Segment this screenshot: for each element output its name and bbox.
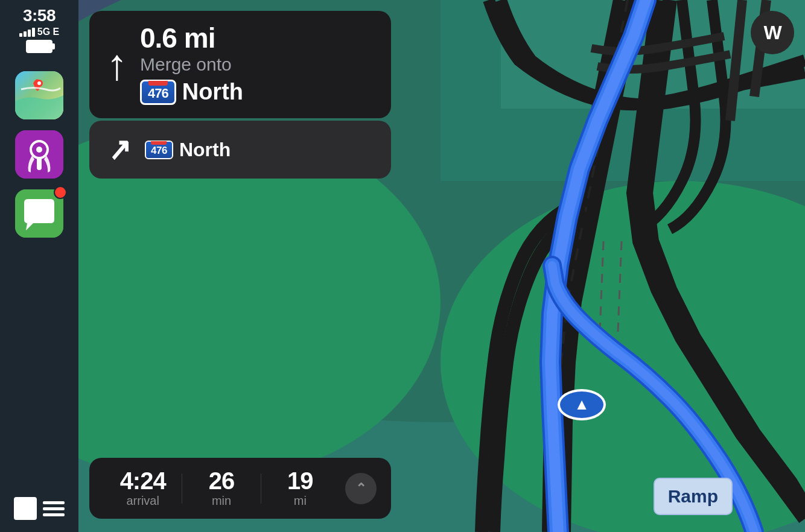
svg-point-10 — [37, 81, 41, 85]
battery-icon — [26, 40, 52, 53]
signal-bar-3 — [28, 30, 31, 37]
ramp-label: Ramp — [654, 478, 733, 515]
signal-bar-2 — [24, 31, 27, 37]
secondary-direction-arrow: ↖ — [108, 131, 130, 168]
trip-info-card[interactable]: 4:24 arrival 26 min 19 mi ⌃ — [89, 458, 391, 519]
road-direction-main: North — [182, 79, 243, 105]
bottom-bar-icons[interactable] — [14, 497, 65, 520]
road-row: 476 North — [140, 79, 374, 105]
arrival-time-label: arrival — [126, 494, 159, 508]
list-line-3 — [43, 513, 65, 516]
list-line-2 — [43, 507, 65, 510]
svg-rect-11 — [15, 130, 63, 179]
main-direction-arrow: ↑ — [106, 43, 128, 86]
secondary-road-row: 476 North — [145, 139, 231, 161]
expand-chevron-icon: ⌃ — [355, 481, 366, 496]
main-instruction-card[interactable]: ↑ 0.6 mi Merge onto 476 North — [89, 11, 391, 118]
nav-position-marker: ▲ — [558, 389, 606, 420]
minutes-label: min — [212, 494, 231, 508]
nav-direction-icon: ▲ — [574, 395, 590, 414]
signal-bar-1 — [19, 33, 22, 37]
minutes-value: 26 — [209, 469, 235, 493]
secondary-instruction-card[interactable]: ↖ 476 North — [89, 121, 391, 179]
messages-badge — [54, 186, 67, 199]
messages-app-icon[interactable] — [15, 189, 63, 238]
miles-label: mi — [294, 494, 307, 508]
signal-bars — [19, 28, 35, 37]
highway-shield-main: 476 — [140, 80, 176, 105]
compass[interactable]: W — [751, 11, 794, 54]
network-label: 5G E — [37, 27, 59, 37]
miles-section: 19 mi — [261, 469, 339, 508]
sidebar: 3:58 5G E — [0, 0, 78, 532]
highway-number-secondary: 476 — [151, 145, 167, 157]
podcasts-app-icon[interactable] — [15, 130, 63, 179]
app-icons-list — [15, 71, 63, 497]
navigation-overlay: ↑ 0.6 mi Merge onto 476 North ↖ 476 Nort… — [89, 11, 391, 179]
layout-list-icon[interactable] — [43, 501, 65, 516]
signal-row: 5G E — [19, 27, 59, 37]
svg-rect-13 — [37, 157, 42, 170]
miles-value: 19 — [287, 469, 313, 493]
signal-bar-4 — [32, 28, 35, 37]
list-line-1 — [43, 501, 65, 504]
svg-point-14 — [36, 147, 42, 153]
expand-button[interactable]: ⌃ — [345, 473, 377, 504]
highway-shield-secondary: 476 — [145, 141, 173, 159]
maps-app-icon[interactable] — [15, 71, 63, 119]
highway-number-main: 476 — [148, 86, 168, 101]
arrival-time-section: 4:24 arrival — [104, 469, 182, 508]
layout-square-icon[interactable] — [14, 497, 37, 520]
distance-display: 0.6 mi — [140, 24, 374, 52]
compass-letter: W — [763, 22, 781, 44]
road-direction-secondary: North — [179, 139, 231, 161]
main-instruction-info: 0.6 mi Merge onto 476 North — [140, 24, 374, 105]
action-text: Merge onto — [140, 54, 374, 74]
arrival-time-value: 4:24 — [120, 469, 166, 493]
status-bar: 3:58 5G E — [19, 6, 59, 53]
time-display: 3:58 — [23, 6, 56, 25]
minutes-section: 26 min — [182, 469, 260, 508]
